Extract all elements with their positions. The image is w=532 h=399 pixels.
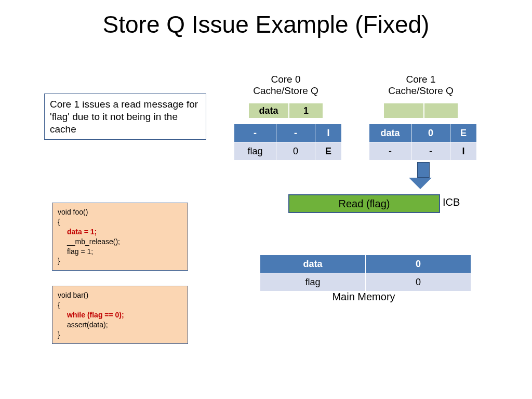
core0-storeq: data 1 [248,103,323,118]
cache-cell: 0 [411,124,450,142]
cache-cell: 0 [276,142,315,161]
storeq-cell [383,103,424,118]
code-foo: void foo() { data = 1; __mb_release(); f… [52,203,188,271]
mem-cell: 0 [366,255,471,273]
cache-cell: E [315,142,342,161]
icb-bar: Read (flag) [288,194,440,213]
code-line: void foo() [58,208,88,216]
arrow-down-icon [415,162,432,189]
core1-storeq [383,103,458,118]
cache-cell: - [234,124,276,142]
cache-cell: I [450,142,477,161]
cache-cell: - [276,124,315,142]
code-line: } [58,257,60,265]
slide-title: Store Q Issue Example (Fixed) [0,10,532,38]
code-line: assert(data); [58,320,182,330]
storeq-cell: data [248,103,289,118]
mem-cell: flag [260,273,366,291]
explanation-note: Core 1 issues a read message for 'flag' … [44,94,206,140]
code-line: while (flag == 0); [58,310,182,320]
cache-cell: - [369,142,411,161]
cache-cell: I [315,124,342,142]
code-line: { [58,301,60,309]
storeq-cell [424,103,458,118]
cache-cell: flag [234,142,276,161]
mem-cell: 0 [366,273,471,291]
core0-cache-table: - - I flag 0 E [234,124,342,161]
main-memory-label: Main Memory [260,291,468,303]
cache-cell: E [450,124,477,142]
cache-cell: - [411,142,450,161]
main-memory-table: data 0 flag 0 [260,255,471,291]
storeq-cell: 1 [289,103,323,118]
core0-label: Core 0Cache/Store Q [239,74,332,97]
icb-label: ICB [443,196,460,208]
code-line: flag = 1; [58,247,182,257]
code-line: data = 1; [58,227,182,237]
code-line: __mb_release(); [58,237,182,247]
core1-label: Core 1Cache/Store Q [374,74,468,97]
core1-cache-table: data 0 E - - I [369,124,477,161]
cache-cell: data [369,124,411,142]
code-line: { [58,218,60,226]
code-line: void bar() [58,291,88,299]
code-line: } [58,330,60,339]
code-bar: void bar() { while (flag == 0); assert(d… [52,286,188,344]
mem-cell: data [260,255,366,273]
